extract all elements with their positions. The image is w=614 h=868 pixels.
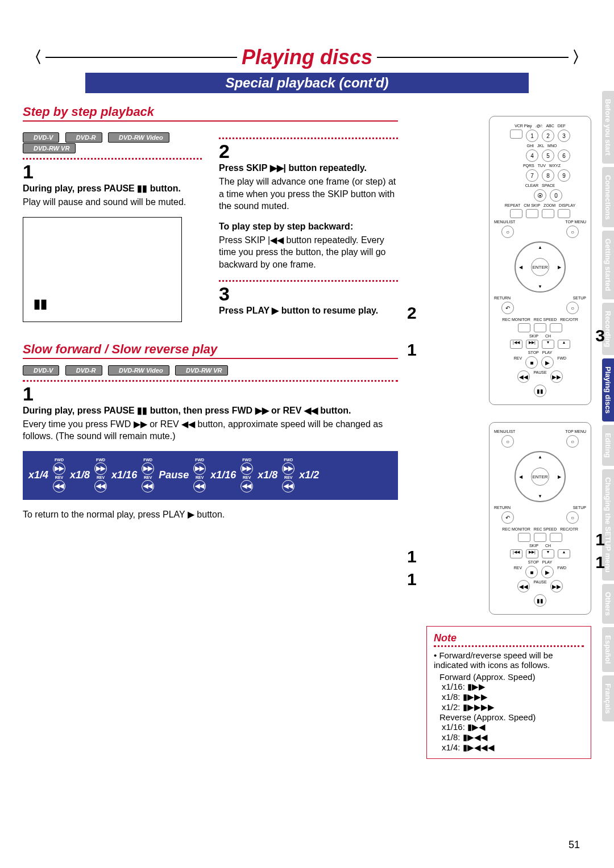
- step-1-instruction: During play, press PAUSE ▮▮ button.: [23, 183, 202, 194]
- tab-playing[interactable]: Playing discs: [602, 358, 614, 422]
- note-fwd-label: Forward (Approx. Speed): [439, 672, 584, 682]
- tab-before[interactable]: Before you start: [602, 91, 614, 164]
- callout-b1: 1: [407, 547, 417, 566]
- slow-step-1-instruction: During play, press PAUSE ▮▮ button, then…: [23, 405, 398, 416]
- page-title: Playing discs: [237, 45, 377, 69]
- callout-1: 1: [407, 340, 417, 360]
- step-2-instruction: Press SKIP ▶▶| button repeatedly.: [219, 162, 398, 173]
- dpad[interactable]: ▲ ◀ ▶ ▼ ENTER: [515, 241, 566, 293]
- step-3-number: 3: [219, 283, 398, 305]
- callout-b2: 1: [407, 570, 417, 589]
- slow-step-1-number: 1: [23, 383, 398, 405]
- section-slow-play: Slow forward / Slow reverse play: [23, 342, 398, 359]
- callout-2: 2: [407, 303, 417, 323]
- tab-francais[interactable]: Français: [602, 675, 614, 721]
- pause-icon: ▮▮: [34, 297, 47, 311]
- disc-badges-2: DVD-V DVD-R DVD-RW Video DVD-RW VR: [23, 365, 398, 375]
- backward-title: To play step by step backward:: [219, 222, 398, 232]
- remote-control-bottom: MENU/LISTTOP MENU ○○ ▲ ◀ ▶ ▼ ENTER RETUR…: [489, 422, 591, 615]
- note-box: Note • Forward/reverse speed will be ind…: [426, 626, 591, 759]
- step-1-body: Play will pause and sound will be muted.: [23, 196, 202, 208]
- dpad-2[interactable]: ▲ ◀ ▶ ▼ ENTER: [515, 451, 566, 502]
- note-title: Note: [434, 632, 584, 644]
- tab-espanol[interactable]: Español: [602, 627, 614, 672]
- speed-diagram: x1/4 FWD▶▶REV◀◀ x1/8 FWD▶▶REV◀◀ x1/16 FW…: [23, 451, 398, 500]
- side-tabs: Before you start Connections Getting sta…: [602, 91, 614, 721]
- tab-editing[interactable]: Editing: [602, 425, 614, 466]
- disc-badges: DVD-V DVD-R DVD-RW Video DVD-RW VR: [23, 132, 202, 153]
- slow-return-text: To return to the normal play, press PLAY…: [23, 508, 398, 521]
- callout-3: 3: [595, 326, 605, 345]
- callout-b3: 1: [595, 530, 605, 549]
- callout-b4: 1: [595, 553, 605, 572]
- note-body: Forward/reverse speed will be indicated …: [434, 650, 553, 670]
- note-rev-label: Reverse (Approx. Speed): [439, 712, 584, 722]
- step-2-number: 2: [219, 140, 398, 162]
- step-3-instruction: Press PLAY ▶ button to resume play.: [219, 305, 398, 316]
- slow-step-1-body: Every time you press FWD ▶▶ or REV ◀◀ bu…: [23, 418, 398, 443]
- step-2-body: The play will advance one frame (or step…: [219, 176, 398, 212]
- section-step-playback: Step by step playback: [23, 105, 398, 122]
- tab-others[interactable]: Others: [602, 584, 614, 624]
- tab-connections[interactable]: Connections: [602, 167, 614, 228]
- chevron-right-icon: 〉: [569, 47, 591, 68]
- remote-control-top: VCR Play.@/:ABCDEF 123 GHIJKLMNO 456 PQR…: [489, 116, 591, 405]
- page-title-bar: 〈 Playing discs 〉: [23, 45, 591, 69]
- chevron-left-icon: 〈: [23, 47, 45, 68]
- step-1-number: 1: [23, 161, 202, 183]
- tv-screenshot: ▮▮: [23, 217, 182, 322]
- tab-getting[interactable]: Getting started: [602, 231, 614, 299]
- page-number: 51: [569, 839, 580, 851]
- backward-body: Press SKIP |◀◀ button repeatedly. Every …: [219, 234, 398, 271]
- page-subtitle: Special playback (cont'd): [85, 73, 529, 93]
